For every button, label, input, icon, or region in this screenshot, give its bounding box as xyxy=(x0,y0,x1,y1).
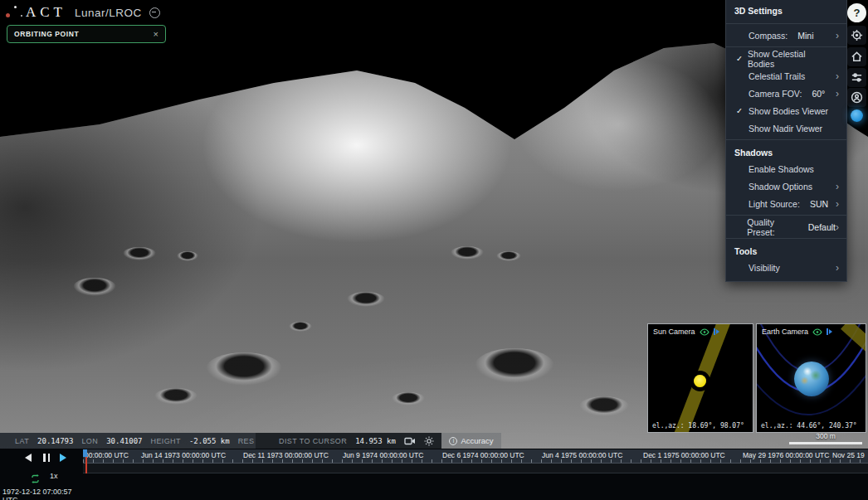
timeline-tick-label: 00:00:00 UTC xyxy=(85,451,129,459)
settings-gear-button[interactable] xyxy=(847,26,866,45)
earth-camera-panel[interactable]: Earth Camera el.,az.: 44.66°, 240.37° xyxy=(756,323,866,433)
sunlight-toggle-button[interactable] xyxy=(424,436,434,446)
menu-item-light-source[interactable]: Light Source: SUN › xyxy=(726,195,846,212)
orbiting-point-chip[interactable]: ORBITING POINT × xyxy=(7,25,166,43)
crater xyxy=(154,388,197,405)
earth-elevation-azimuth: el.,az.: 44.66°, 240.37° xyxy=(761,422,857,430)
sun-body xyxy=(694,375,706,387)
menu-item-shadow-options[interactable]: Shadow Options › xyxy=(726,177,846,195)
pin-view-icon[interactable] xyxy=(714,328,719,335)
section-header-tools: Tools xyxy=(726,241,846,259)
chevron-right-icon: › xyxy=(836,263,839,273)
crater xyxy=(579,396,629,416)
menu-label: Enable Shadows xyxy=(749,164,814,174)
menu-item-show-nadir-viewer[interactable]: Show Nadir Viewer xyxy=(726,119,846,137)
target-icon[interactable] xyxy=(149,7,160,18)
menu-item-show-celestial-bodies[interactable]: ✓ Show Celestial Bodies xyxy=(726,50,846,67)
divider xyxy=(726,139,846,140)
menu-label: Compass: xyxy=(749,31,788,41)
settings-title: 3D Settings xyxy=(726,0,846,21)
menu-item-visibility[interactable]: Visibility › xyxy=(726,259,846,276)
timeline-tick-label: Jun 9 1974 00:00:00 UTC xyxy=(343,451,423,459)
earth-body xyxy=(794,362,829,396)
height-label: HEIGHT xyxy=(150,437,180,445)
scale-label: 300 m xyxy=(787,432,865,440)
pause-button[interactable] xyxy=(43,454,50,462)
menu-label: Celestial Trails xyxy=(749,71,805,81)
logo-dot-white-small xyxy=(21,15,22,17)
timeline-tick-label: Dec 6 1974 00:00:00 UTC xyxy=(442,451,524,459)
height-value: -2.055 km xyxy=(189,437,230,445)
divider xyxy=(726,238,846,239)
timeline-cursor-handle[interactable] xyxy=(83,449,87,457)
sun-camera-panel[interactable]: Sun Camera el.,az.: 18.69°, 98.07° xyxy=(647,323,753,433)
crater xyxy=(392,392,425,405)
pin-view-icon[interactable] xyxy=(827,328,832,335)
accuracy-label: Accuracy xyxy=(461,436,493,445)
lat-value: 20.14793 xyxy=(37,437,73,445)
menu-value: SUN xyxy=(810,199,828,209)
timeline-track[interactable] xyxy=(83,463,868,473)
crater xyxy=(496,251,521,261)
home-button[interactable] xyxy=(847,47,866,66)
timeline-tick-label: Nov 25 19 xyxy=(832,451,865,459)
crater xyxy=(123,247,156,260)
coordinates-readout: LAT 20.14793 LON 30.41007 HEIGHT -2.055 … xyxy=(0,433,256,449)
layers-settings-button[interactable] xyxy=(847,68,866,87)
timeline-tick-label: Jun 14 1973 00:00:00 UTC xyxy=(141,451,226,459)
crater xyxy=(206,352,282,386)
menu-item-show-bodies-viewer[interactable]: ✓ Show Bodies Viewer xyxy=(726,102,846,119)
section-header-shadows: Shadows xyxy=(726,143,846,160)
3d-settings-panel: 3D Settings Compass: Mini › ✓ Show Celes… xyxy=(725,0,847,282)
app-logo: ACT Lunar/LROC xyxy=(3,2,160,23)
lon-label: LON xyxy=(81,437,98,445)
crater xyxy=(289,322,312,332)
accuracy-button[interactable]: i Accuracy xyxy=(441,433,501,449)
play-button[interactable] xyxy=(60,454,66,462)
gear-icon xyxy=(851,29,863,41)
sun-elevation-azimuth: el.,az.: 18.69°, 98.07° xyxy=(652,422,744,430)
visibility-eye-icon[interactable] xyxy=(812,328,822,336)
timeline-tick-label: Dec 1 1975 00:00:00 UTC xyxy=(643,451,725,459)
home-icon xyxy=(851,51,863,63)
help-button[interactable]: ? xyxy=(847,3,866,22)
app-window: ACT Lunar/LROC ORBITING POINT × 3D Setti… xyxy=(0,0,868,500)
res-label: RES xyxy=(238,437,255,445)
current-time-utc: 1972-12-12 07:00:57 UTC xyxy=(2,488,83,500)
playback-speed[interactable]: 1x xyxy=(50,472,58,480)
camera-view-button[interactable] xyxy=(404,437,416,445)
timeline[interactable]: 00:00:00 UTC Jun 14 1973 00:00:00 UTC De… xyxy=(83,449,868,473)
crater xyxy=(451,246,484,260)
crater xyxy=(177,251,198,261)
timeline-tick-label: May 29 1976 00:00:00 UTC xyxy=(743,451,829,459)
crater xyxy=(475,348,554,383)
menu-item-enable-shadows[interactable]: Enable Shadows xyxy=(726,160,846,177)
menu-label: Visibility xyxy=(749,263,780,273)
dist-label: DIST TO CURSOR xyxy=(279,437,347,445)
chevron-right-icon: › xyxy=(836,222,839,232)
earth-camera-title: Earth Camera xyxy=(762,328,808,336)
orbiting-point-label: ORBITING POINT xyxy=(14,30,79,38)
menu-label: Show Nadir Viewer xyxy=(749,124,822,133)
tracking-indicator-dot[interactable] xyxy=(851,109,863,122)
menu-item-camera-fov[interactable]: Camera FOV: 60° › xyxy=(726,85,846,102)
divider xyxy=(726,46,846,47)
account-button[interactable] xyxy=(847,88,866,107)
visibility-eye-icon[interactable] xyxy=(700,328,710,336)
chevron-right-icon: › xyxy=(836,71,839,81)
logo-dot-white xyxy=(14,6,17,8)
video-camera-icon xyxy=(404,437,416,445)
divider xyxy=(726,215,846,216)
close-icon[interactable]: × xyxy=(154,30,158,39)
menu-item-celestial-trails[interactable]: Celestial Trails › xyxy=(726,67,846,85)
check-icon: ✓ xyxy=(736,106,749,115)
menu-item-compass[interactable]: Compass: Mini › xyxy=(726,27,846,44)
person-icon xyxy=(851,91,863,104)
menu-value: 60° xyxy=(812,89,825,99)
step-back-button[interactable] xyxy=(25,454,32,462)
sun-icon xyxy=(424,436,434,446)
divider xyxy=(726,23,846,24)
menu-item-quality-preset[interactable]: Quality Preset: Default › xyxy=(726,218,846,235)
product-name: Lunar/LROC xyxy=(75,7,142,19)
loop-button[interactable] xyxy=(30,472,41,487)
